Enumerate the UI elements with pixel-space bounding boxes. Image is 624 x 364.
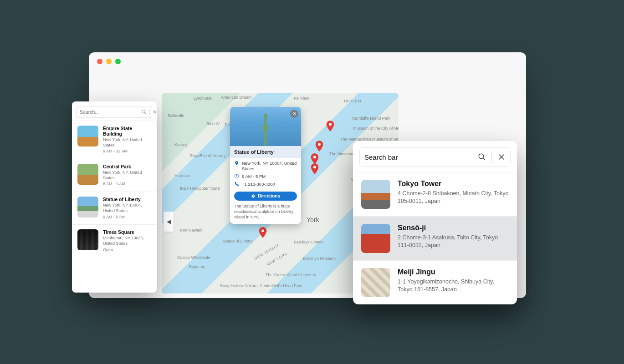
place-thumbnail bbox=[361, 180, 390, 209]
map-label: NEW YORK bbox=[266, 252, 288, 267]
location-pin-icon bbox=[234, 161, 239, 166]
place-phone: +1 212-363-3200 bbox=[242, 182, 275, 187]
place-name: Times Square bbox=[103, 229, 151, 235]
place-name: Central Park bbox=[103, 164, 151, 169]
map-label: York bbox=[307, 216, 319, 223]
place-address: 4 Chome-2-8 Shibakoen, Minato City, Toky… bbox=[398, 190, 509, 205]
map-label: Snug Harbor Cultural Center bbox=[220, 283, 261, 288]
svg-point-3 bbox=[313, 166, 316, 168]
place-hours: 6 AM - 1 AM bbox=[103, 182, 151, 187]
window-titlebar bbox=[89, 52, 526, 71]
clear-search-button[interactable]: ✕ bbox=[149, 109, 157, 115]
map-pin-icon[interactable] bbox=[263, 238, 269, 244]
place-hours: Open bbox=[103, 248, 151, 253]
collapse-sidebar-button[interactable]: ◀ bbox=[164, 212, 174, 232]
map-label: Bayonne bbox=[189, 264, 205, 269]
place-hero-image: ✕ bbox=[230, 107, 301, 146]
statue-of-liberty-icon bbox=[259, 113, 272, 146]
map-label: Fairview bbox=[294, 96, 309, 101]
directions-label: Directions bbox=[258, 193, 280, 198]
svg-point-0 bbox=[329, 123, 332, 126]
place-address-row: New York, NY 10004, United States bbox=[234, 161, 297, 172]
place-phone-row: +1 212-363-3200 bbox=[234, 182, 297, 187]
map-label: Randall's Island Park bbox=[352, 116, 390, 121]
place-description: The Statue of Liberty is a huge neoclass… bbox=[230, 203, 301, 224]
search-bar-large[interactable] bbox=[359, 147, 511, 167]
map-label: Museum of the City of New York bbox=[353, 126, 394, 131]
places-sidebar-small: ✕ Empire State Building New York, NY, Un… bbox=[72, 101, 157, 293]
place-address: 1-1 Yoyogikamizonocho, Shibuya City, Tok… bbox=[398, 278, 509, 293]
map-label: Lyndhurst bbox=[194, 96, 211, 101]
search-icon[interactable] bbox=[141, 109, 147, 115]
svg-line-7 bbox=[145, 113, 146, 114]
map-label: IKEA Helicopter Tours bbox=[180, 186, 213, 191]
clock-icon bbox=[234, 174, 239, 179]
place-thumbnail bbox=[361, 224, 390, 253]
svg-point-8 bbox=[479, 154, 484, 159]
place-hours: 9 AM - 5 PM bbox=[103, 215, 151, 220]
search-bar-small[interactable]: ✕ bbox=[77, 106, 152, 118]
search-input[interactable] bbox=[364, 153, 474, 161]
place-address: Manhattan, NY 10036, United States bbox=[103, 236, 151, 246]
list-item[interactable]: Meiji Jingu 1-1 Yoyogikamizonocho, Shibu… bbox=[353, 260, 517, 304]
place-hours: 9 AM - 12 AM bbox=[103, 149, 151, 154]
map-label: The Green-Wood Cemetery bbox=[266, 273, 307, 277]
place-thumbnail bbox=[77, 229, 98, 250]
place-address: 2 Chome-3-1 Asakusa, Taito City, Tokyo 1… bbox=[398, 234, 509, 249]
place-address: New York, NY, United States bbox=[103, 137, 151, 148]
window-zoom-dot[interactable] bbox=[115, 59, 121, 64]
place-hours: 9 AM - 5 PM bbox=[242, 174, 266, 179]
place-thumbnail bbox=[77, 126, 98, 147]
place-title: Statue of Liberty bbox=[230, 146, 301, 158]
place-name: Statue of Liberty bbox=[103, 197, 151, 202]
close-icon[interactable]: ✕ bbox=[290, 110, 298, 118]
phone-icon bbox=[234, 182, 239, 187]
map-label: American Dream bbox=[221, 95, 252, 100]
map-pin-icon[interactable] bbox=[330, 131, 337, 138]
list-item[interactable]: Statue of Liberty New York, NY 10004, Un… bbox=[72, 192, 157, 224]
map-pin-icon[interactable] bbox=[315, 174, 321, 181]
list-item[interactable]: Sensō-ji 2 Chome-3-1 Asakusa, Taito City… bbox=[353, 216, 517, 260]
places-sidebar-large: Tokyo Tower 4 Chome-2-8 Shibakoen, Minat… bbox=[353, 141, 517, 304]
divider bbox=[491, 152, 492, 162]
svg-point-4 bbox=[261, 229, 264, 232]
window-minimize-dot[interactable] bbox=[106, 59, 112, 64]
place-info-card: ✕ Statue of Liberty New York, NY 10004, … bbox=[230, 107, 301, 224]
search-input[interactable] bbox=[80, 109, 139, 115]
map-label: Belleville bbox=[168, 113, 184, 118]
svg-point-1 bbox=[318, 143, 321, 146]
list-item[interactable]: Central Park New York, NY, United States… bbox=[72, 159, 157, 192]
place-thumbnail bbox=[77, 197, 98, 217]
place-address: New York, NY 10004, United States bbox=[242, 161, 297, 172]
map-label: HARLEM bbox=[344, 99, 361, 103]
svg-line-9 bbox=[483, 158, 485, 160]
list-item[interactable]: Tokyo Tower 4 Chome-2-8 Shibakoen, Minat… bbox=[353, 172, 517, 216]
places-list: Tokyo Tower 4 Chome-2-8 Shibakoen, Minat… bbox=[353, 172, 517, 304]
place-hours-row: 9 AM - 5 PM bbox=[234, 174, 297, 179]
place-address: New York, NY 10004, United States bbox=[103, 203, 151, 213]
directions-icon bbox=[251, 194, 256, 198]
map-label: Kearny bbox=[174, 142, 188, 147]
list-item[interactable]: Times Square Manhattan, NY 10036, United… bbox=[72, 224, 157, 257]
map-label: Barclays Center bbox=[294, 240, 323, 244]
svg-point-2 bbox=[313, 156, 316, 158]
place-thumbnail bbox=[77, 164, 98, 185]
map-pin-icon[interactable] bbox=[319, 152, 326, 158]
map-label: Rich W. bbox=[206, 121, 220, 126]
place-name: Empire State Building bbox=[103, 126, 151, 136]
svg-point-6 bbox=[142, 110, 145, 113]
place-name: Meiji Jingu bbox=[398, 268, 509, 276]
search-icon[interactable] bbox=[478, 153, 486, 161]
map-label: Brooklyn Museum bbox=[303, 256, 336, 261]
place-name: Tokyo Tower bbox=[398, 180, 509, 188]
map-label: Port Newark bbox=[180, 228, 203, 233]
map-label: Owl's Head Park bbox=[272, 283, 299, 288]
map-label: Harrison bbox=[174, 173, 190, 178]
clear-search-button[interactable] bbox=[497, 153, 506, 161]
places-list: Empire State Building New York, NY, Unit… bbox=[72, 121, 157, 257]
place-address: New York, NY, United States bbox=[103, 170, 151, 181]
directions-button[interactable]: Directions bbox=[234, 192, 297, 201]
window-close-dot[interactable] bbox=[97, 59, 102, 64]
map-label: Costco Wholesale bbox=[177, 255, 210, 260]
list-item[interactable]: Empire State Building New York, NY, Unit… bbox=[72, 121, 157, 159]
